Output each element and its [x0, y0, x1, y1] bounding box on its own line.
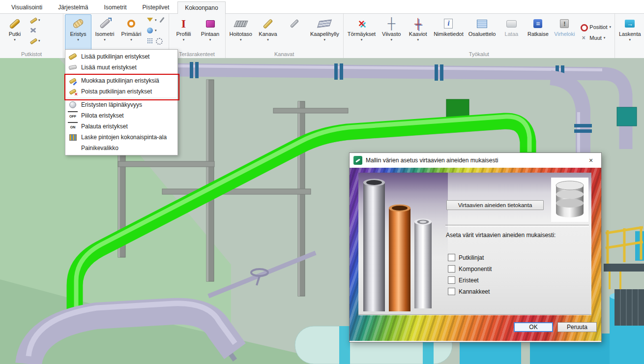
pipe-slope-button[interactable]: ▾ [29, 36, 41, 45]
nimiketiedot-button[interactable]: Nimiketiedot [431, 14, 466, 51]
duct-tool-icon [287, 16, 302, 31]
menu-item-piilota-eristykset[interactable]: OFF Piilota eristykset [65, 110, 177, 121]
checkbox-komponentit[interactable]: Komponentit [448, 265, 492, 273]
osaluettelo-button[interactable]: Osaluettelo [466, 14, 498, 51]
diagram-icon [410, 16, 425, 31]
grid-tool-button[interactable] [145, 36, 167, 45]
add-other-insulation-icon [68, 63, 78, 71]
ribbon-group-laskenta: Laskenta ▾ [615, 14, 644, 58]
pipe-split-button[interactable] [29, 26, 41, 35]
checkbox-box [448, 254, 455, 261]
chevron-down-icon: ▾ [38, 18, 40, 22]
menu-item-lisaa-putkilinjan-eristykset[interactable]: Lisää putkilinjan eristykset [65, 51, 177, 62]
filter-icon [146, 16, 154, 24]
pipe-split-icon [29, 27, 37, 34]
isometri-button[interactable]: Isometri ▾ [91, 14, 118, 51]
tormaykset-button[interactable]: Törmäykset ▾ [345, 14, 378, 51]
close-icon[interactable]: × [581, 153, 601, 168]
duct-icon [261, 16, 275, 31]
error-log-icon [557, 16, 572, 31]
calculation-icon [622, 16, 637, 31]
position-tag-icon [580, 23, 587, 31]
clash-icon [354, 16, 369, 31]
pipe-branch-icon [29, 16, 37, 24]
dialog-title-bar[interactable]: Mallin värien asetus virtaavien aineiden… [350, 153, 601, 168]
ribbon-group-tyokalut: Törmäykset ▾ Viivasto ▾ Kaaviot ▾ Nimike… [344, 14, 615, 58]
muut-button[interactable]: × Muut ▾ [580, 34, 611, 42]
chevron-down-icon: ▾ [77, 38, 79, 41]
primaari-button[interactable]: Primääri ▾ [118, 14, 145, 51]
chevron-down-icon: ▾ [604, 36, 606, 40]
teal-valve-box[interactable] [617, 107, 637, 126]
chevron-down-icon: ▾ [609, 25, 611, 29]
pintaan-button[interactable]: Pintaan ▾ [197, 14, 224, 51]
chevron-down-icon: ▾ [361, 38, 363, 41]
solve-icon [530, 16, 545, 31]
tab-isometrit[interactable]: Isometrit [97, 1, 134, 13]
dialog-body: Virtaavien aineiden tietokanta Aseta v [350, 168, 601, 341]
checkbox-eristeet[interactable]: Eristeet [448, 276, 479, 284]
chevron-down-icon: ▾ [267, 38, 269, 41]
eristys-button[interactable]: Eristys ▾ [65, 14, 91, 51]
tab-kokoonpano[interactable]: Kokoonpano [177, 1, 225, 14]
load-icon [504, 16, 519, 31]
group-label-kanavat: Kanavat [227, 51, 342, 58]
sphere-icon [146, 27, 154, 34]
menu-item-eristysten-lapinakyvyys[interactable]: Eristysten läpinäkyvyys [65, 99, 177, 110]
ok-button[interactable]: OK [514, 322, 553, 332]
dialog-inner-panel: Virtaavien aineiden tietokanta Aseta v [358, 173, 591, 315]
tab-jarjestelma[interactable]: Järjestelmä [51, 1, 95, 13]
surface-icon [203, 16, 218, 31]
peruuta-button[interactable]: Peruuta [557, 322, 597, 332]
hoitotaso-button[interactable]: Hoitotaso ▾ [227, 14, 255, 51]
chevron-down-icon: ▾ [130, 38, 132, 41]
gear-icon [155, 37, 163, 45]
beam-profile-icon [176, 16, 191, 31]
ratkaise-button[interactable]: Ratkaise [525, 14, 551, 51]
virtaavien-aineiden-tietokanta-button[interactable]: Virtaavien aineiden tietokanta [446, 200, 544, 210]
kanava-button[interactable]: Kanava ▾ [255, 14, 281, 51]
laskenta-button[interactable]: Laskenta ▾ [616, 14, 644, 51]
chevron-down-icon: ▾ [390, 38, 392, 41]
off-icon: OFF [68, 111, 78, 121]
surface-area-icon [68, 133, 78, 141]
menu-item-painikevalikko[interactable]: Painikevalikko [65, 143, 177, 153]
edit-insulation-icon [68, 77, 78, 85]
pipe-branch-button[interactable]: ▾ [29, 16, 41, 25]
menu-item-palauta-eristykset[interactable]: ON Palauta eristykset [65, 121, 177, 132]
tab-visualisointi[interactable]: Visualisointi [4, 1, 50, 13]
virheloki-button[interactable]: Virheloki [551, 14, 578, 51]
checkbox-putkilinjat[interactable]: Putkilinjat [448, 254, 484, 261]
isometric-icon [97, 16, 112, 31]
filter-tool-button[interactable]: ▾ [145, 16, 167, 25]
menu-separator [67, 98, 176, 98]
on-icon: ON [68, 122, 78, 131]
menu-item-poista-putkilinjan-eristykset[interactable]: Poista putkilinjan eristykset [65, 86, 177, 97]
menu-item-laske-pintojen-kokonaispinta-ala[interactable]: Laske pintojen kokonaispinta-ala [65, 132, 177, 143]
checkbox-kannakkeet[interactable]: Kannakkeet [448, 288, 490, 295]
viivasto-button[interactable]: Viivasto ▾ [378, 14, 405, 51]
tab-pistepilvet[interactable]: Pistepilvet [135, 1, 177, 13]
parts-list-icon [475, 16, 490, 31]
chevron-down-icon: ▾ [209, 38, 211, 41]
view-sphere-button[interactable]: ▾ [145, 26, 167, 35]
profiili-button[interactable]: Profiili ▾ [171, 14, 197, 51]
group-label-laskenta [616, 51, 644, 58]
add-insulation-icon [68, 53, 78, 61]
kanava-secondary-button[interactable] [281, 14, 308, 51]
gridlines-icon [384, 16, 399, 31]
positiot-button[interactable]: Positiot ▾ [580, 23, 611, 31]
ribbon-group-putkistot: Putki ▾ ▾ ▾ Putkistot [0, 14, 63, 58]
menu-item-lisaa-muut-eristykset[interactable]: Lisää muut eristykset [65, 62, 177, 73]
app-icon [353, 156, 362, 165]
chevron-down-icon: ▾ [155, 18, 157, 22]
putki-button[interactable]: Putki ▾ [1, 14, 28, 51]
lataa-button[interactable]: Lataa [498, 14, 525, 51]
dialog-title: Mallin värien asetus virtaavien aineiden… [366, 157, 577, 164]
checkbox-box [448, 265, 455, 273]
kaaviot-button[interactable]: Kaaviot ▾ [405, 14, 431, 51]
item-info-icon [441, 16, 456, 31]
menu-item-muokkaa-putkilinjan-eristyksia[interactable]: Muokkaa putkilinjan eristyksiä [65, 75, 177, 86]
kaapelihylly-button[interactable]: Kaapelihylly ▾ [308, 14, 342, 51]
menu-separator [67, 74, 176, 74]
